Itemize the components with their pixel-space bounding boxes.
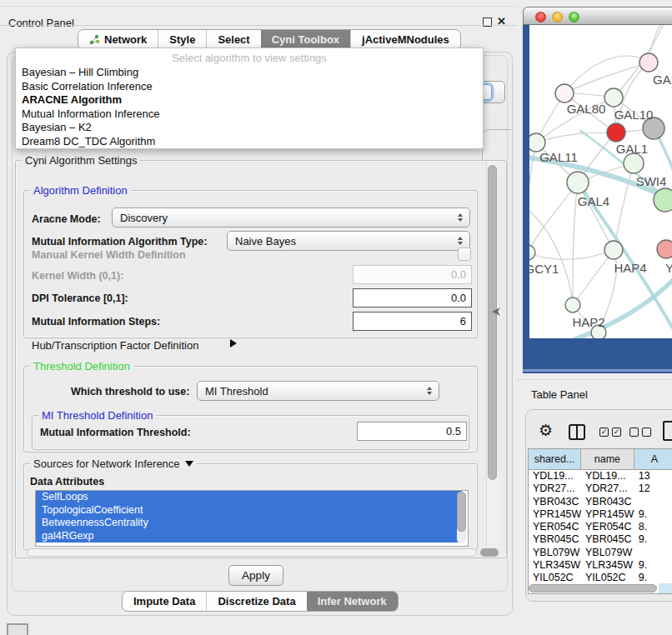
attribute-item[interactable]: gal4RGexp [36,530,462,543]
manual-kernel-label: Manual Kernel Width Definition [32,249,186,261]
network-node[interactable] [604,241,623,259]
spinner-arrows-icon [458,237,463,245]
table-hscroll-thumb[interactable] [529,584,657,592]
tab-select[interactable]: Select [206,30,260,49]
network-canvas[interactable]: GALGAL80GAL10GAL1GAL11SWI4GAL4GCY1HAP4YH… [529,7,672,338]
network-node[interactable] [654,188,672,212]
deselect-all-checkboxes-icon[interactable] [629,428,651,437]
tab-cyni-toolbox[interactable]: Cyni Toolbox [261,30,350,49]
network-edge[interactable] [578,182,614,250]
algorithm-option[interactable]: Bayesian – Hill Climbing [16,66,483,80]
table-cell: YBL079W [581,547,634,559]
expand-arrow-icon[interactable] [230,339,237,348]
aracne-mode-select[interactable]: Discovery [112,208,470,228]
bottom-tabbar: Impute DataDiscretize DataInfer Network [122,591,399,612]
network-node[interactable] [529,133,545,152]
mi-threshold-value: 0.5 [446,425,461,438]
column-header[interactable]: shared... [529,449,581,469]
collapsed-panel-icon[interactable] [7,623,28,635]
table-row[interactable]: YDR27...YDR27...12 [529,482,672,495]
attribute-item[interactable]: TopologicalCoefficient [36,504,462,518]
algorithm-option[interactable]: Dream8 DC_TDC Algorithm [16,135,483,149]
network-icon [89,34,100,45]
document-icon[interactable] [663,421,672,441]
network-node[interactable] [604,88,623,107]
network-node[interactable] [657,240,672,258]
node-table[interactable]: shared...nameA YDL19...YDL19...13YDR27..… [528,448,672,594]
mi-steps-field[interactable]: 6 [353,312,472,331]
settings-horizontal-scrollbar[interactable] [27,548,477,557]
table-cell: YDL19... [581,470,634,482]
dpi-tolerance-value: 0.0 [451,292,466,304]
algorithm-option[interactable]: Basic Correlation Inference [16,80,483,94]
node-label: SWI4 [636,174,667,188]
attributes-scrollbar-thumb[interactable] [457,492,466,532]
tab-infer-network[interactable]: Infer Network [307,592,398,611]
network-node[interactable] [607,123,625,142]
which-threshold-label: Which threshold to use: [71,386,189,398]
dpi-tolerance-field[interactable]: 0.0 [353,288,472,308]
collapse-arrow-icon[interactable] [185,461,193,467]
table-row[interactable]: YBR043CYBR043C [529,496,672,508]
attribute-item[interactable]: SelfLoops [36,491,462,504]
table-row[interactable]: YLR345WYLR345W9. [529,559,672,572]
data-attributes-list[interactable]: SelfLoopsTopologicalCoefficientBetweenne… [35,490,469,547]
algorithm-option[interactable]: Bayesian – K2 [16,121,483,135]
tab-label: Cyni Toolbox [272,30,339,49]
network-node[interactable] [567,172,589,193]
network-canvas-svg[interactable]: GALGAL80GAL10GAL1GAL11SWI4GAL4GCY1HAP4YH… [529,7,672,338]
column-header[interactable]: A [634,449,672,469]
hub-definition-toggle[interactable]: Hub/Transcription Factor Definition [32,339,198,352]
tab-style[interactable]: Style [158,30,206,49]
tab-jactivemnodules[interactable]: jActiveMNodules [350,30,460,49]
network-node[interactable] [529,245,535,260]
mi-type-select[interactable]: Naive Bayes [227,231,470,251]
network-view-window: GALGAL80GAL10GAL1GAL11SWI4GAL4GCY1HAP4YH… [523,7,672,373]
attribute-item[interactable]: BetweennessCentrality [36,517,462,530]
table-cell: 13 [634,470,672,482]
settings-hscroll-cap[interactable] [480,548,499,557]
sources-title-text[interactable]: Sources for Network Inference [33,458,180,470]
network-window-titlebar[interactable] [523,7,672,25]
table-row[interactable]: YER054CYER054C8. [529,521,672,533]
algorithm-option[interactable]: ARACNE Algorithm [16,93,483,108]
columns-icon[interactable] [569,424,585,440]
kernel-width-field[interactable]: 0.0 [353,265,472,284]
node-label: GAL11 [539,150,578,164]
gear-icon[interactable]: ⚙ [539,421,553,440]
column-header[interactable]: name [581,449,634,469]
table-header-row: shared...nameA [529,449,672,470]
tab-label: Select [218,30,249,49]
table-cell [634,547,672,559]
network-edge[interactable] [529,250,614,259]
mi-threshold-definition-title: MI Threshold Definition [38,409,156,422]
table-cell: 9. [634,533,672,546]
settings-vscroll-thumb[interactable] [488,165,497,480]
network-node[interactable] [639,53,658,72]
tab-impute-data[interactable]: Impute Data [123,592,206,611]
minimize-traffic-light[interactable] [552,12,563,22]
table-row[interactable]: YPR145WYPR145W9. [529,508,672,521]
apply-button[interactable]: Apply [228,565,283,586]
algorithm-option[interactable]: Mutual Information Inference [16,108,483,122]
node-label: GAL10 [614,108,654,122]
mi-threshold-field[interactable]: 0.5 [357,422,467,441]
table-row[interactable]: YBL079WYBL079W [529,547,672,559]
table-row[interactable]: YBR045CYBR045C9. [529,533,672,546]
algorithm-dropdown-popup: Select algorithm to view settings Bayesi… [15,48,484,149]
table-row[interactable]: YDL19...YDL19...13 [529,470,672,482]
network-node[interactable] [624,153,644,173]
close-traffic-light[interactable] [535,12,546,22]
zoom-traffic-light[interactable] [569,12,579,22]
network-node[interactable] [565,298,580,312]
manual-kernel-checkbox[interactable] [458,248,471,261]
select-all-checkboxes-icon[interactable]: ✓✓ [599,428,621,437]
table-cell: 12 [634,482,672,495]
network-node[interactable] [555,84,574,102]
attributes-scrollbar[interactable] [457,492,466,543]
which-threshold-select[interactable]: MI Threshold [197,381,439,401]
tab-network[interactable]: Network [78,30,158,49]
network-edge[interactable] [564,62,649,93]
tab-discretize-data[interactable]: Discretize Data [206,592,306,611]
table-scroll-corner [659,583,672,593]
